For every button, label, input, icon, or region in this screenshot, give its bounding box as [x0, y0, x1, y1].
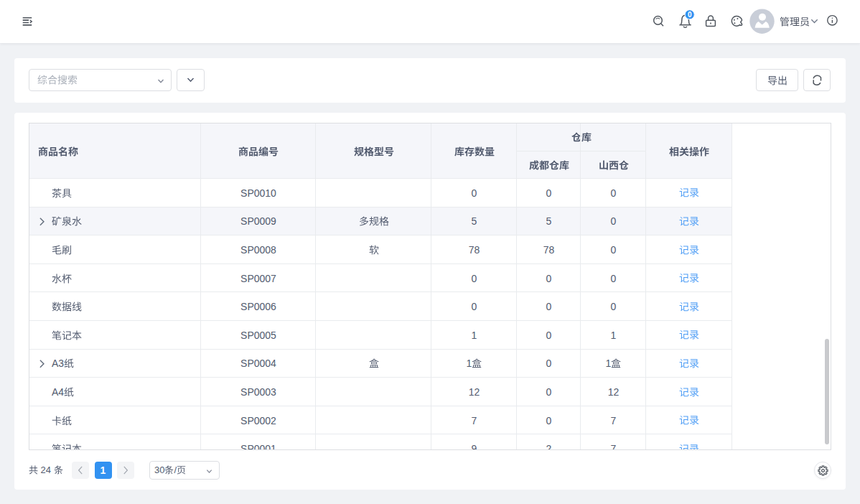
svg-text:0: 0: [688, 11, 692, 19]
